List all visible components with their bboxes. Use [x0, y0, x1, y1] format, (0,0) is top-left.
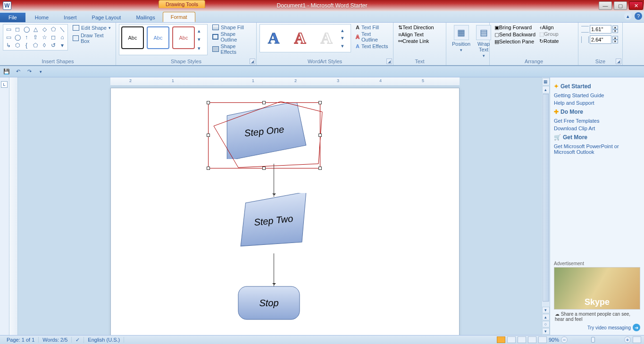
text-effects-button[interactable]: AText Effects — [354, 43, 390, 50]
work-area: L 21 12 34 5 Step One Step Two Stop — [0, 77, 644, 335]
align-text-button[interactable]: ≡Align Text — [396, 31, 443, 38]
selection-pane-button[interactable]: ▤Selection Pane — [493, 38, 537, 45]
status-words[interactable]: Words: 2/5 — [39, 337, 72, 343]
shape-styles-launcher[interactable]: ◢ — [250, 59, 255, 64]
undo-button[interactable]: ↶ — [14, 68, 22, 76]
vertical-scrollbar[interactable]: ▦ ▴ ▾ ▴ ○ ▾ — [541, 77, 550, 335]
link-getting-started-guide[interactable]: Getting Started Guide — [554, 92, 640, 99]
text-fill-button[interactable]: AText Fill — [354, 24, 390, 31]
wordart-gallery[interactable]: A A A ▴▾▾ — [259, 24, 351, 52]
redo-button[interactable]: ↷ — [25, 68, 33, 76]
size-launcher[interactable]: ◢ — [616, 59, 621, 64]
link-free-templates[interactable]: Get Free Templates — [554, 117, 640, 125]
browse-object-button[interactable]: ○ — [542, 321, 550, 327]
scroll-thumb[interactable] — [543, 94, 549, 302]
width-input[interactable] — [590, 35, 611, 44]
text-outline-button[interactable]: AText Outline — [354, 31, 390, 43]
help-button[interactable]: ? — [635, 12, 642, 20]
send-backward-button[interactable]: ▢Send Backward — [493, 31, 537, 38]
file-tab[interactable]: File — [0, 13, 25, 22]
next-page-button[interactable]: ▾ — [542, 328, 550, 335]
rotate-button[interactable]: ↻Rotate — [537, 38, 560, 45]
status-bar: Page: 1 of 1 Words: 2/5 ✓ English (U.S.)… — [0, 335, 644, 344]
bring-forward-button[interactable]: ▣Bring Forward — [493, 24, 537, 31]
shapes-gallery[interactable]: ▭◻◯△◇⬠＼ ▭◯↑⇧☆◻⌂ ↳⬡{⬠◊↺▾ — [3, 24, 68, 50]
shape-height[interactable]: ▴▾ — [581, 25, 619, 34]
contextual-tab-drawing-tools[interactable]: Drawing Tools — [159, 0, 205, 8]
shape-fill-button[interactable]: Shape Fill — [210, 24, 253, 31]
advertisement[interactable]: Advertisement Skype ☁ Share a moment peo… — [554, 261, 640, 331]
status-language[interactable]: English (U.S.) — [84, 337, 124, 343]
quick-access-toolbar: 💾 ↶ ↷ ▾ — [0, 66, 644, 77]
scroll-down-button[interactable]: ▾ — [542, 307, 550, 313]
tab-page-layout[interactable]: Page Layout — [84, 13, 129, 22]
view-web-layout[interactable] — [518, 336, 526, 343]
shape-effects-button[interactable]: Shape Effects — [210, 43, 253, 55]
window-title: Document1 - Microsoft Word Starter — [277, 2, 368, 9]
ad-label: Advertisement — [554, 261, 640, 266]
shape-width[interactable]: ▴▾ — [581, 35, 619, 44]
ad-link[interactable]: Try video messaging➜ — [554, 324, 640, 331]
link-get-office[interactable]: Get Microsoft PowerPoint or Microsoft Ou… — [554, 143, 640, 156]
qat-customize[interactable]: ▾ — [37, 68, 44, 76]
zoom-fit-button[interactable] — [633, 336, 641, 343]
zoom-out-button[interactable]: − — [561, 336, 568, 343]
position-button[interactable]: ▦ Position▾ — [449, 24, 473, 59]
height-input[interactable] — [590, 25, 611, 34]
save-button[interactable]: 💾 — [3, 68, 10, 76]
view-full-screen[interactable] — [507, 336, 516, 343]
zoom-in-button[interactable]: + — [624, 336, 631, 343]
minimize-ribbon-button[interactable]: ▴ — [624, 12, 632, 20]
wordart-launcher[interactable]: ◢ — [386, 59, 392, 64]
horizontal-ruler[interactable]: 21 12 34 5 — [110, 77, 460, 86]
document-area[interactable]: 21 12 34 5 Step One Step Two Stop — [18, 77, 541, 335]
draw-text-box-button[interactable]: Draw Text Box — [71, 32, 113, 45]
vertical-ruler[interactable] — [9, 77, 18, 335]
getting-started-panel: ✦Get Started Getting Started Guide Help … — [550, 77, 644, 335]
status-proofing-icon[interactable]: ✓ — [72, 337, 84, 343]
tab-selector[interactable]: L — [1, 81, 8, 88]
prev-page-button[interactable]: ▴ — [542, 314, 550, 320]
create-link-button[interactable]: ⚯Create Link — [396, 38, 443, 45]
group-shape-styles-label: Shape Styles — [116, 59, 256, 64]
minimize-button[interactable]: — — [599, 1, 612, 10]
ad-text: ☁ Share a moment people can see, hear an… — [554, 310, 640, 324]
word-icon: W — [3, 1, 11, 10]
maximize-button[interactable]: ▢ — [614, 1, 627, 10]
send-backward-icon: ▢ — [494, 32, 499, 37]
width-icon — [581, 36, 589, 43]
close-button[interactable]: ✕ — [629, 1, 643, 10]
ribbon: ▭◻◯△◇⬠＼ ▭◯↑⇧☆◻⌂ ↳⬡{⬠◊↺▾ Edit Shape ▾ Dra… — [0, 23, 644, 66]
scroll-up-button[interactable]: ▴ — [542, 86, 550, 93]
view-draft[interactable] — [538, 336, 547, 343]
link-download-clipart[interactable]: Download Clip Art — [554, 125, 640, 132]
tab-insert[interactable]: Insert — [56, 13, 84, 22]
get-started-header: ✦Get Started — [554, 83, 640, 90]
tab-format[interactable]: Format — [163, 12, 195, 22]
zoom-slider[interactable] — [572, 339, 619, 341]
view-outline[interactable] — [528, 336, 536, 343]
shape-outline-button[interactable]: Shape Outline — [210, 31, 253, 43]
align-button[interactable]: ⫞Align — [537, 24, 560, 31]
group-text-label: Text — [393, 59, 446, 64]
height-icon — [581, 26, 589, 33]
text-direction-icon: ⇅ — [398, 25, 402, 30]
text-direction-button[interactable]: ⇅Text Direction — [396, 24, 443, 31]
shape-stop[interactable]: Stop — [234, 282, 304, 324]
page[interactable]: Step One Step Two Stop — [110, 88, 460, 335]
shape-styles-gallery[interactable]: Abc Abc Abc ▴▾▾ — [119, 24, 208, 55]
link-help-support[interactable]: Help and Support — [554, 99, 640, 107]
shape-step-two[interactable]: Step Two — [234, 193, 314, 250]
group-arrange-label: Arrange — [490, 59, 578, 64]
zoom-level[interactable]: 90% — [549, 337, 559, 343]
status-page[interactable]: Page: 1 of 1 — [3, 337, 39, 343]
edit-shape-button[interactable]: Edit Shape ▾ — [71, 24, 113, 32]
group-icon: ⬚ — [539, 31, 544, 37]
view-print-layout[interactable] — [497, 336, 505, 343]
tab-home[interactable]: Home — [27, 13, 56, 22]
scroll-document-map-icon[interactable]: ▦ — [542, 78, 550, 85]
edit-points-outline — [210, 98, 328, 173]
tab-mailings[interactable]: Mailings — [128, 13, 162, 22]
bring-forward-icon: ▣ — [494, 25, 499, 30]
selection-pane-icon: ▤ — [494, 39, 499, 44]
